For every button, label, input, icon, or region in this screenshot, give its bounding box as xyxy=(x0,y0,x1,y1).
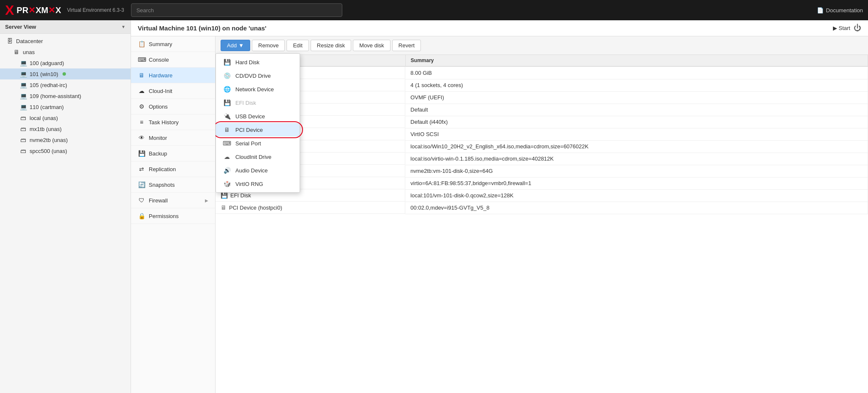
summary-cell: virtio=6A:81:FB:98:55:37,bridge=vmbr0,fi… xyxy=(405,177,868,189)
dropdown-item-network[interactable]: 🌐 Network Device xyxy=(216,82,300,96)
col-summary: Summary xyxy=(405,55,868,66)
nav-item-firewall[interactable]: 🛡 Firewall ▶ xyxy=(131,193,215,208)
dropdown-item-usb[interactable]: 🔌 USB Device xyxy=(216,109,300,123)
nav-item-hardware[interactable]: 🖥 Hardware xyxy=(131,68,215,83)
logo-ve: Virtual Environment 6.3-3 xyxy=(67,7,124,13)
tree-node-icon: 🗃 xyxy=(19,125,27,133)
nav-item-summary[interactable]: 📋 Summary xyxy=(131,36,215,52)
dropdown-item-efi: 💾 EFI Disk xyxy=(216,96,300,109)
nav-item-task-history[interactable]: ≡ Task History xyxy=(131,115,215,130)
nav-item-console[interactable]: ⌨ Console xyxy=(131,52,215,68)
table-row[interactable]: 💾 Hard Disk (virtio0) nvme2tb:vm-101-dis… xyxy=(216,165,868,177)
documentation-button[interactable]: 📄 Documentation xyxy=(817,7,863,14)
nav-arrow-icon: ▶ xyxy=(205,198,208,203)
nav-label-task-history: Task History xyxy=(149,119,179,126)
nav-item-snapshots[interactable]: 🔄 Snapshots xyxy=(131,177,215,193)
dropdown-item-virtiorng[interactable]: 🎲 VirtIO RNG xyxy=(216,177,300,191)
topbar-right: 📄 Documentation xyxy=(817,7,863,14)
nav-icon-console: ⌨ xyxy=(138,56,145,63)
tree-node-icon: 🗃 xyxy=(19,114,27,122)
nav-item-backup[interactable]: 💾 Backup xyxy=(131,146,215,161)
table-row[interactable]: 💻 BIOS OVMF (UEFI) xyxy=(216,91,868,104)
nav-item-cloud-init[interactable]: ☁ Cloud-Init xyxy=(131,83,215,99)
dropdown-item-label-network: Network Device xyxy=(235,86,274,93)
dropdown-item-label-hard-disk: Hard Disk xyxy=(235,59,259,66)
resize-disk-button[interactable]: Resize disk xyxy=(311,40,351,51)
dropdown-item-label-serial: Serial Port xyxy=(235,140,261,147)
start-button[interactable]: ▶ Start xyxy=(833,25,850,31)
summary-cell: 8.00 GiB xyxy=(405,66,868,79)
dropdown-item-pci[interactable]: 🖥 PCI Device xyxy=(216,123,300,136)
tree-node-icon: 🗄 xyxy=(6,37,14,45)
nav-label-replication: Replication xyxy=(149,166,176,172)
sidebar: Server View ▼ 🗄 Datacenter 🖥 unas 💻 100 … xyxy=(0,20,131,393)
nav-item-options[interactable]: ⚙ Options xyxy=(131,99,215,115)
table-row[interactable]: 💿 CD/DVD Drive (ide2) local:iso/Win10_20… xyxy=(216,140,868,153)
sidebar-item-vm105[interactable]: 💻 105 (redhat-irc) xyxy=(0,79,131,90)
tree-node-label: mx1tb (unas) xyxy=(30,126,62,132)
tree-node-icon: 💻 xyxy=(19,70,27,78)
main-panel: Add ▼ Remove Edit Resize disk Move disk … xyxy=(216,36,868,393)
sidebar-item-spcc500[interactable]: 🗃 spcc500 (unas) xyxy=(0,145,131,156)
table-row[interactable]: 💿 CD/DVD Drive (ide0a1) local:iso/virtio… xyxy=(216,153,868,165)
doc-icon: 📄 xyxy=(817,7,824,14)
logo-text: PR✕XM✕X xyxy=(16,5,61,15)
dropdown-item-icon-cddvd: 💿 xyxy=(223,72,231,79)
dropdown-item-serial[interactable]: ⌨ Serial Port xyxy=(216,136,300,150)
dropdown-item-audio[interactable]: 🔊 Audio Device xyxy=(216,164,300,177)
sidebar-item-vm100[interactable]: 💻 100 (adguard) xyxy=(0,57,131,68)
dropdown-item-cloudinit[interactable]: ☁ CloudInit Drive xyxy=(216,150,300,164)
move-disk-button[interactable]: Move disk xyxy=(353,40,390,51)
table-row[interactable]: 🌐 Network Device (net0) virtio=6A:81:FB:… xyxy=(216,177,868,189)
table-row[interactable]: ⚙ Machine Default (i440fx) xyxy=(216,116,868,128)
table-row[interactable]: 🖥 PCI Device (hostpci0) 00:02.0,mdev=i91… xyxy=(216,202,868,214)
sidebar-item-nvme2tb[interactable]: 🗃 nvme2tb (unas) xyxy=(0,134,131,145)
sidebar-item-vm101[interactable]: 💻 101 (win10) xyxy=(0,68,131,79)
tree-node-label: 109 (home-assistant) xyxy=(30,93,81,99)
nav-label-summary: Summary xyxy=(149,41,172,47)
nav-label-permissions: Permissions xyxy=(149,213,179,219)
power-button[interactable]: ⏻ xyxy=(854,24,861,33)
sidebar-item-datacenter[interactable]: 🗄 Datacenter xyxy=(0,35,131,46)
dropdown-item-icon-hard-disk: 💾 xyxy=(223,59,231,66)
dropdown-item-icon-serial: ⌨ xyxy=(223,140,231,147)
nav-icon-summary: 📋 xyxy=(138,41,145,47)
dropdown-item-label-audio: Audio Device xyxy=(235,167,268,174)
sidebar-item-local[interactable]: 🗃 local (unas) xyxy=(0,112,131,123)
tree-node-icon: 🖥 xyxy=(13,48,20,56)
nav-label-snapshots: Snapshots xyxy=(149,182,175,188)
sidebar-item-unas[interactable]: 🖥 unas xyxy=(0,46,131,57)
table-row[interactable]: 💾 Hard Disk (scsi0) 8.00 GiB xyxy=(216,66,868,79)
table-row[interactable]: 💾 EFI Disk local:101/vm-101-disk-0.qcow2… xyxy=(216,189,868,202)
nav-item-replication[interactable]: ⇄ Replication xyxy=(131,161,215,177)
content: Virtual Machine 101 (win10) on node 'una… xyxy=(131,20,868,393)
table-row[interactable]: ⚙ Processors 4 (1 sockets, 4 cores) xyxy=(216,79,868,91)
nav-icon-backup: 💾 xyxy=(138,150,145,157)
dropdown-item-hard-disk[interactable]: 💾 Hard Disk xyxy=(216,55,300,69)
sidebar-item-vm110[interactable]: 💻 110 (cartman) xyxy=(0,101,131,112)
table-row[interactable]: 💾 SCSI Controller VirtIO SCSI xyxy=(216,128,868,140)
dropdown-item-icon-usb: 🔌 xyxy=(223,113,231,120)
table-row[interactable]: 🖥 Display Default xyxy=(216,104,868,116)
main-layout: Server View ▼ 🗄 Datacenter 🖥 unas 💻 100 … xyxy=(0,20,868,393)
dropdown-item-icon-virtiorng: 🎲 xyxy=(223,180,231,187)
revert-button[interactable]: Revert xyxy=(392,40,421,51)
add-button[interactable]: Add ▼ xyxy=(221,40,250,51)
sidebar-item-vm109[interactable]: 💻 109 (home-assistant) xyxy=(0,90,131,101)
summary-cell: local:iso/virtio-win-0.1.185.iso,media=c… xyxy=(405,153,868,165)
nav-item-monitor[interactable]: 👁 Monitor xyxy=(131,130,215,146)
chevron-down-icon[interactable]: ▼ xyxy=(121,25,126,29)
summary-cell: Default (i440fx) xyxy=(405,116,868,128)
edit-button[interactable]: Edit xyxy=(287,40,308,51)
tree-node-icon: 💻 xyxy=(19,92,27,100)
tree-node-label: 110 (cartman) xyxy=(30,104,64,110)
summary-cell: Default xyxy=(405,104,868,116)
tree-node-label: 101 (win10) xyxy=(30,71,58,77)
status-dot xyxy=(63,72,66,76)
nav-item-permissions[interactable]: 🔒 Permissions xyxy=(131,208,215,224)
nav-icon-permissions: 🔒 xyxy=(138,213,145,219)
search-input[interactable] xyxy=(131,3,342,17)
sidebar-item-mx1tb[interactable]: 🗃 mx1tb (unas) xyxy=(0,123,131,134)
remove-button[interactable]: Remove xyxy=(252,40,285,51)
dropdown-item-cddvd[interactable]: 💿 CD/DVD Drive xyxy=(216,69,300,82)
